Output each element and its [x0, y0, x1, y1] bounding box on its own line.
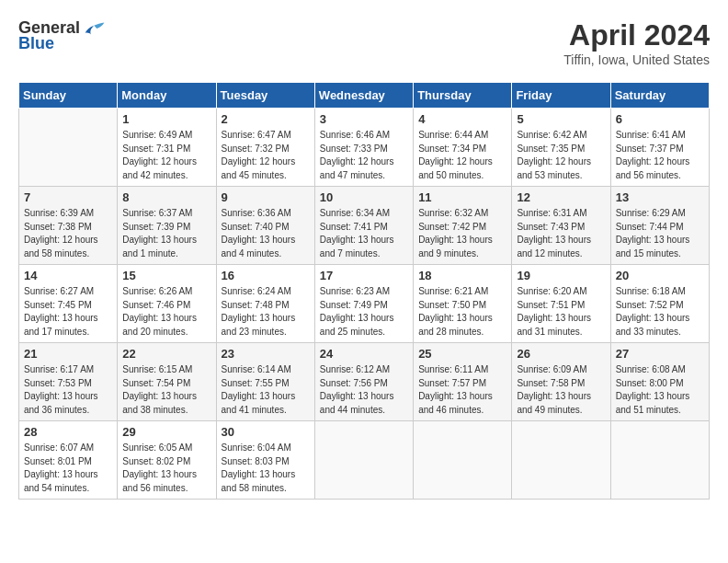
calendar-cell	[19, 109, 118, 187]
day-info: Sunrise: 6:05 AMSunset: 8:02 PMDaylight:…	[122, 442, 210, 495]
logo-bird-icon	[84, 19, 106, 38]
day-info: Sunrise: 6:26 AMSunset: 7:46 PMDaylight:…	[122, 285, 210, 339]
calendar-cell: 24Sunrise: 6:12 AMSunset: 7:56 PMDayligh…	[314, 343, 413, 421]
day-number: 3	[320, 112, 408, 126]
day-info: Sunrise: 6:21 AMSunset: 7:50 PMDaylight:…	[418, 285, 506, 339]
day-number: 30	[222, 425, 310, 439]
calendar-cell: 13Sunrise: 6:29 AMSunset: 7:44 PMDayligh…	[610, 187, 709, 265]
day-info: Sunrise: 6:09 AMSunset: 7:58 PMDaylight:…	[517, 363, 605, 417]
day-number: 19	[517, 269, 605, 282]
calendar-cell: 19Sunrise: 6:20 AMSunset: 7:51 PMDayligh…	[512, 265, 610, 343]
calendar-cell: 20Sunrise: 6:18 AMSunset: 7:52 PMDayligh…	[610, 265, 709, 343]
day-info: Sunrise: 6:18 AMSunset: 7:52 PMDaylight:…	[616, 285, 704, 339]
day-number: 6	[616, 112, 704, 126]
day-number: 4	[418, 112, 506, 126]
day-info: Sunrise: 6:41 AMSunset: 7:37 PMDaylight:…	[616, 129, 704, 182]
day-number: 5	[517, 112, 605, 126]
calendar-cell: 28Sunrise: 6:07 AMSunset: 8:01 PMDayligh…	[19, 421, 118, 500]
day-number: 20	[616, 269, 704, 282]
subtitle: Tiffin, Iowa, United States	[563, 52, 710, 67]
calendar-week-row: 7Sunrise: 6:39 AMSunset: 7:38 PMDaylight…	[19, 187, 710, 265]
day-info: Sunrise: 6:49 AMSunset: 7:31 PMDaylight:…	[122, 129, 210, 182]
calendar-cell: 12Sunrise: 6:31 AMSunset: 7:43 PMDayligh…	[512, 187, 610, 265]
day-number: 15	[122, 269, 210, 282]
calendar-header-saturday: Saturday	[610, 83, 709, 109]
title-section: April 2024 Tiffin, Iowa, United States	[563, 18, 710, 67]
calendar-cell: 14Sunrise: 6:27 AMSunset: 7:45 PMDayligh…	[19, 265, 118, 343]
calendar-cell	[512, 421, 610, 500]
calendar-cell: 7Sunrise: 6:39 AMSunset: 7:38 PMDaylight…	[19, 187, 118, 265]
calendar-cell: 30Sunrise: 6:04 AMSunset: 8:03 PMDayligh…	[216, 421, 314, 500]
day-number: 10	[320, 190, 408, 204]
day-number: 16	[222, 269, 310, 282]
day-number: 7	[24, 190, 112, 204]
day-info: Sunrise: 6:17 AMSunset: 7:53 PMDaylight:…	[24, 363, 112, 417]
calendar-week-row: 21Sunrise: 6:17 AMSunset: 7:53 PMDayligh…	[19, 343, 710, 421]
calendar-cell: 10Sunrise: 6:34 AMSunset: 7:41 PMDayligh…	[314, 187, 413, 265]
day-number: 26	[517, 347, 605, 361]
day-info: Sunrise: 6:44 AMSunset: 7:34 PMDaylight:…	[418, 129, 506, 182]
day-number: 23	[222, 347, 310, 361]
day-info: Sunrise: 6:11 AMSunset: 7:57 PMDaylight:…	[418, 363, 506, 417]
day-info: Sunrise: 6:15 AMSunset: 7:54 PMDaylight:…	[122, 363, 210, 417]
calendar-cell	[414, 421, 512, 500]
calendar-cell	[314, 421, 413, 500]
calendar-cell	[610, 421, 709, 500]
calendar-header-wednesday: Wednesday	[314, 83, 413, 109]
day-info: Sunrise: 6:08 AMSunset: 8:00 PMDaylight:…	[616, 363, 704, 417]
day-info: Sunrise: 6:07 AMSunset: 8:01 PMDaylight:…	[24, 442, 112, 495]
logo: General Blue	[18, 18, 106, 53]
day-number: 2	[222, 112, 310, 126]
calendar-cell: 3Sunrise: 6:46 AMSunset: 7:33 PMDaylight…	[314, 109, 413, 187]
day-info: Sunrise: 6:39 AMSunset: 7:38 PMDaylight:…	[24, 207, 112, 260]
day-number: 11	[418, 190, 506, 204]
calendar-cell: 15Sunrise: 6:26 AMSunset: 7:46 PMDayligh…	[118, 265, 216, 343]
day-number: 24	[320, 347, 408, 361]
day-info: Sunrise: 6:23 AMSunset: 7:49 PMDaylight:…	[320, 285, 408, 339]
day-number: 22	[122, 347, 210, 361]
day-number: 25	[418, 347, 506, 361]
calendar-cell: 25Sunrise: 6:11 AMSunset: 7:57 PMDayligh…	[414, 343, 512, 421]
page-header: General Blue April 2024 Tiffin, Iowa, Un…	[18, 18, 710, 67]
calendar-cell: 21Sunrise: 6:17 AMSunset: 7:53 PMDayligh…	[19, 343, 118, 421]
calendar-cell: 27Sunrise: 6:08 AMSunset: 8:00 PMDayligh…	[610, 343, 709, 421]
calendar-cell: 8Sunrise: 6:37 AMSunset: 7:39 PMDaylight…	[118, 187, 216, 265]
day-info: Sunrise: 6:04 AMSunset: 8:03 PMDaylight:…	[222, 442, 310, 495]
main-title: April 2024	[563, 18, 710, 52]
day-number: 12	[517, 190, 605, 204]
day-info: Sunrise: 6:14 AMSunset: 7:55 PMDaylight:…	[222, 363, 310, 417]
day-info: Sunrise: 6:34 AMSunset: 7:41 PMDaylight:…	[320, 207, 408, 260]
day-info: Sunrise: 6:36 AMSunset: 7:40 PMDaylight:…	[222, 207, 310, 260]
calendar-cell: 22Sunrise: 6:15 AMSunset: 7:54 PMDayligh…	[118, 343, 216, 421]
calendar-cell: 17Sunrise: 6:23 AMSunset: 7:49 PMDayligh…	[314, 265, 413, 343]
calendar-week-row: 1Sunrise: 6:49 AMSunset: 7:31 PMDaylight…	[19, 109, 710, 187]
day-info: Sunrise: 6:12 AMSunset: 7:56 PMDaylight:…	[320, 363, 408, 417]
calendar-cell: 9Sunrise: 6:36 AMSunset: 7:40 PMDaylight…	[216, 187, 314, 265]
calendar-cell: 18Sunrise: 6:21 AMSunset: 7:50 PMDayligh…	[414, 265, 512, 343]
calendar-header-thursday: Thursday	[414, 83, 512, 109]
day-info: Sunrise: 6:42 AMSunset: 7:35 PMDaylight:…	[517, 129, 605, 182]
day-number: 27	[616, 347, 704, 361]
calendar-cell: 2Sunrise: 6:47 AMSunset: 7:32 PMDaylight…	[216, 109, 314, 187]
logo-blue-text: Blue	[18, 34, 54, 53]
day-info: Sunrise: 6:29 AMSunset: 7:44 PMDaylight:…	[616, 207, 704, 260]
day-number: 29	[122, 425, 210, 439]
day-number: 13	[616, 190, 704, 204]
day-number: 28	[24, 425, 112, 439]
calendar-cell: 26Sunrise: 6:09 AMSunset: 7:58 PMDayligh…	[512, 343, 610, 421]
day-number: 8	[122, 190, 210, 204]
calendar-header-sunday: Sunday	[19, 83, 118, 109]
calendar-header-friday: Friday	[512, 83, 610, 109]
calendar-cell: 16Sunrise: 6:24 AMSunset: 7:48 PMDayligh…	[216, 265, 314, 343]
day-info: Sunrise: 6:31 AMSunset: 7:43 PMDaylight:…	[517, 207, 605, 260]
day-number: 18	[418, 269, 506, 282]
calendar-cell: 1Sunrise: 6:49 AMSunset: 7:31 PMDaylight…	[118, 109, 216, 187]
calendar-cell: 11Sunrise: 6:32 AMSunset: 7:42 PMDayligh…	[414, 187, 512, 265]
calendar-header-monday: Monday	[118, 83, 216, 109]
calendar-header-tuesday: Tuesday	[216, 83, 314, 109]
calendar-week-row: 14Sunrise: 6:27 AMSunset: 7:45 PMDayligh…	[19, 265, 710, 343]
calendar-table: SundayMondayTuesdayWednesdayThursdayFrid…	[18, 82, 710, 500]
day-number: 21	[24, 347, 112, 361]
day-info: Sunrise: 6:47 AMSunset: 7:32 PMDaylight:…	[222, 129, 310, 182]
day-info: Sunrise: 6:32 AMSunset: 7:42 PMDaylight:…	[418, 207, 506, 260]
